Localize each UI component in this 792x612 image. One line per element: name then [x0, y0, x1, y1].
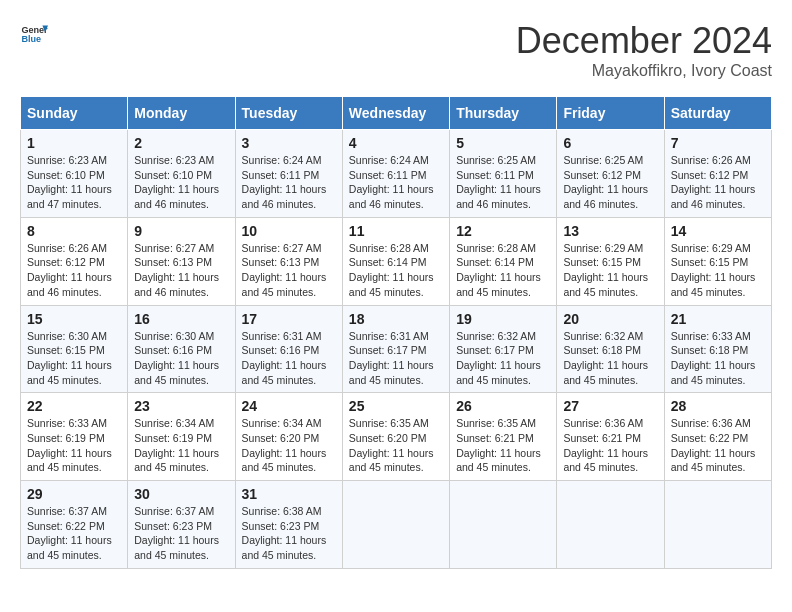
day-info: Sunrise: 6:35 AMSunset: 6:20 PMDaylight:… [349, 417, 434, 473]
day-number: 15 [27, 311, 121, 327]
table-row: 11Sunrise: 6:28 AMSunset: 6:14 PMDayligh… [342, 217, 449, 305]
day-number: 31 [242, 486, 336, 502]
table-row: 26Sunrise: 6:35 AMSunset: 6:21 PMDayligh… [450, 393, 557, 481]
calendar-week-row: 29Sunrise: 6:37 AMSunset: 6:22 PMDayligh… [21, 481, 772, 569]
day-number: 28 [671, 398, 765, 414]
table-row: 10Sunrise: 6:27 AMSunset: 6:13 PMDayligh… [235, 217, 342, 305]
day-info: Sunrise: 6:36 AMSunset: 6:22 PMDaylight:… [671, 417, 756, 473]
table-row: 12Sunrise: 6:28 AMSunset: 6:14 PMDayligh… [450, 217, 557, 305]
day-number: 6 [563, 135, 657, 151]
day-number: 24 [242, 398, 336, 414]
table-row: 20Sunrise: 6:32 AMSunset: 6:18 PMDayligh… [557, 305, 664, 393]
day-number: 7 [671, 135, 765, 151]
day-number: 27 [563, 398, 657, 414]
day-info: Sunrise: 6:37 AMSunset: 6:23 PMDaylight:… [134, 505, 219, 561]
table-row: 27Sunrise: 6:36 AMSunset: 6:21 PMDayligh… [557, 393, 664, 481]
table-row: 16Sunrise: 6:30 AMSunset: 6:16 PMDayligh… [128, 305, 235, 393]
header: General Blue December 2024 Mayakoffikro,… [20, 20, 772, 80]
table-row: 5Sunrise: 6:25 AMSunset: 6:11 PMDaylight… [450, 130, 557, 218]
day-number: 19 [456, 311, 550, 327]
day-number: 11 [349, 223, 443, 239]
table-row: 19Sunrise: 6:32 AMSunset: 6:17 PMDayligh… [450, 305, 557, 393]
day-info: Sunrise: 6:30 AMSunset: 6:15 PMDaylight:… [27, 330, 112, 386]
table-row: 23Sunrise: 6:34 AMSunset: 6:19 PMDayligh… [128, 393, 235, 481]
day-number: 18 [349, 311, 443, 327]
day-info: Sunrise: 6:34 AMSunset: 6:20 PMDaylight:… [242, 417, 327, 473]
svg-text:Blue: Blue [21, 34, 41, 44]
calendar-week-row: 1Sunrise: 6:23 AMSunset: 6:10 PMDaylight… [21, 130, 772, 218]
month-title: December 2024 [516, 20, 772, 62]
day-info: Sunrise: 6:33 AMSunset: 6:18 PMDaylight:… [671, 330, 756, 386]
col-monday: Monday [128, 97, 235, 130]
day-info: Sunrise: 6:24 AMSunset: 6:11 PMDaylight:… [242, 154, 327, 210]
location-title: Mayakoffikro, Ivory Coast [516, 62, 772, 80]
header-row: Sunday Monday Tuesday Wednesday Thursday… [21, 97, 772, 130]
table-row: 22Sunrise: 6:33 AMSunset: 6:19 PMDayligh… [21, 393, 128, 481]
day-number: 22 [27, 398, 121, 414]
day-info: Sunrise: 6:25 AMSunset: 6:12 PMDaylight:… [563, 154, 648, 210]
day-info: Sunrise: 6:23 AMSunset: 6:10 PMDaylight:… [134, 154, 219, 210]
day-number: 8 [27, 223, 121, 239]
calendar-week-row: 15Sunrise: 6:30 AMSunset: 6:15 PMDayligh… [21, 305, 772, 393]
day-info: Sunrise: 6:33 AMSunset: 6:19 PMDaylight:… [27, 417, 112, 473]
day-number: 3 [242, 135, 336, 151]
table-row: 8Sunrise: 6:26 AMSunset: 6:12 PMDaylight… [21, 217, 128, 305]
col-saturday: Saturday [664, 97, 771, 130]
day-info: Sunrise: 6:35 AMSunset: 6:21 PMDaylight:… [456, 417, 541, 473]
col-friday: Friday [557, 97, 664, 130]
day-info: Sunrise: 6:32 AMSunset: 6:17 PMDaylight:… [456, 330, 541, 386]
day-number: 2 [134, 135, 228, 151]
day-info: Sunrise: 6:32 AMSunset: 6:18 PMDaylight:… [563, 330, 648, 386]
table-row: 7Sunrise: 6:26 AMSunset: 6:12 PMDaylight… [664, 130, 771, 218]
table-row: 21Sunrise: 6:33 AMSunset: 6:18 PMDayligh… [664, 305, 771, 393]
table-row: 17Sunrise: 6:31 AMSunset: 6:16 PMDayligh… [235, 305, 342, 393]
day-number: 14 [671, 223, 765, 239]
col-wednesday: Wednesday [342, 97, 449, 130]
table-row: 13Sunrise: 6:29 AMSunset: 6:15 PMDayligh… [557, 217, 664, 305]
col-thursday: Thursday [450, 97, 557, 130]
table-row: 3Sunrise: 6:24 AMSunset: 6:11 PMDaylight… [235, 130, 342, 218]
day-number: 1 [27, 135, 121, 151]
logo-icon: General Blue [20, 20, 48, 48]
table-row: 30Sunrise: 6:37 AMSunset: 6:23 PMDayligh… [128, 481, 235, 569]
day-info: Sunrise: 6:37 AMSunset: 6:22 PMDaylight:… [27, 505, 112, 561]
calendar-week-row: 8Sunrise: 6:26 AMSunset: 6:12 PMDaylight… [21, 217, 772, 305]
day-info: Sunrise: 6:28 AMSunset: 6:14 PMDaylight:… [456, 242, 541, 298]
table-row: 9Sunrise: 6:27 AMSunset: 6:13 PMDaylight… [128, 217, 235, 305]
day-info: Sunrise: 6:23 AMSunset: 6:10 PMDaylight:… [27, 154, 112, 210]
table-row: 2Sunrise: 6:23 AMSunset: 6:10 PMDaylight… [128, 130, 235, 218]
day-number: 29 [27, 486, 121, 502]
day-number: 10 [242, 223, 336, 239]
day-number: 26 [456, 398, 550, 414]
table-row: 6Sunrise: 6:25 AMSunset: 6:12 PMDaylight… [557, 130, 664, 218]
table-row: 15Sunrise: 6:30 AMSunset: 6:15 PMDayligh… [21, 305, 128, 393]
table-row [342, 481, 449, 569]
day-info: Sunrise: 6:29 AMSunset: 6:15 PMDaylight:… [671, 242, 756, 298]
day-number: 23 [134, 398, 228, 414]
day-info: Sunrise: 6:26 AMSunset: 6:12 PMDaylight:… [671, 154, 756, 210]
table-row: 4Sunrise: 6:24 AMSunset: 6:11 PMDaylight… [342, 130, 449, 218]
table-row: 29Sunrise: 6:37 AMSunset: 6:22 PMDayligh… [21, 481, 128, 569]
day-info: Sunrise: 6:27 AMSunset: 6:13 PMDaylight:… [134, 242, 219, 298]
day-number: 30 [134, 486, 228, 502]
day-info: Sunrise: 6:29 AMSunset: 6:15 PMDaylight:… [563, 242, 648, 298]
day-info: Sunrise: 6:31 AMSunset: 6:16 PMDaylight:… [242, 330, 327, 386]
table-row: 28Sunrise: 6:36 AMSunset: 6:22 PMDayligh… [664, 393, 771, 481]
day-number: 17 [242, 311, 336, 327]
day-number: 9 [134, 223, 228, 239]
logo: General Blue [20, 20, 48, 48]
day-number: 4 [349, 135, 443, 151]
calendar-table: Sunday Monday Tuesday Wednesday Thursday… [20, 96, 772, 569]
day-number: 16 [134, 311, 228, 327]
day-info: Sunrise: 6:27 AMSunset: 6:13 PMDaylight:… [242, 242, 327, 298]
day-info: Sunrise: 6:25 AMSunset: 6:11 PMDaylight:… [456, 154, 541, 210]
table-row: 18Sunrise: 6:31 AMSunset: 6:17 PMDayligh… [342, 305, 449, 393]
col-sunday: Sunday [21, 97, 128, 130]
day-number: 20 [563, 311, 657, 327]
day-info: Sunrise: 6:26 AMSunset: 6:12 PMDaylight:… [27, 242, 112, 298]
day-number: 5 [456, 135, 550, 151]
table-row: 25Sunrise: 6:35 AMSunset: 6:20 PMDayligh… [342, 393, 449, 481]
day-number: 25 [349, 398, 443, 414]
table-row: 31Sunrise: 6:38 AMSunset: 6:23 PMDayligh… [235, 481, 342, 569]
title-area: December 2024 Mayakoffikro, Ivory Coast [516, 20, 772, 80]
